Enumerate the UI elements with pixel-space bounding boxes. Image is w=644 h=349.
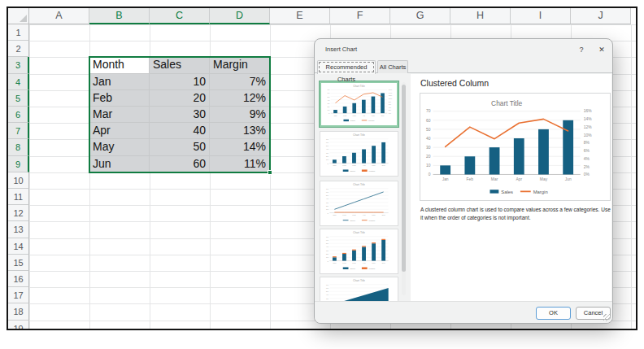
svg-text:6%: 6% xyxy=(389,103,391,105)
cell-C7[interactable]: 40 xyxy=(150,123,210,139)
column-header-E[interactable]: E xyxy=(270,8,330,24)
cell-C5[interactable]: 20 xyxy=(150,90,210,107)
svg-text:40: 40 xyxy=(426,137,431,141)
cell-C9[interactable]: 60 xyxy=(150,156,210,172)
column-header-G[interactable]: G xyxy=(390,8,450,24)
svg-text:20: 20 xyxy=(326,155,329,158)
svg-text:10: 10 xyxy=(326,256,329,259)
svg-text:30: 30 xyxy=(326,202,329,204)
scrollbar-thumb[interactable] xyxy=(402,85,406,272)
cell-C6[interactable]: 30 xyxy=(150,107,210,123)
cell-B6[interactable]: Mar xyxy=(89,107,150,123)
row-header-14[interactable]: 14 xyxy=(8,238,29,255)
svg-text:14%: 14% xyxy=(584,117,592,121)
cell-D8[interactable]: 14% xyxy=(210,139,270,155)
tab-recommended-charts[interactable]: Recommended Charts xyxy=(317,60,376,74)
row-header-17[interactable]: 17 xyxy=(8,287,29,303)
cell-B9[interactable]: Jun xyxy=(89,156,150,172)
svg-text:Chart Title: Chart Title xyxy=(353,279,365,282)
cell-D6[interactable]: 9% xyxy=(210,107,270,123)
svg-text:50: 50 xyxy=(326,194,329,197)
row-header-9[interactable]: 9 xyxy=(8,156,29,172)
preview-heading: Clustered Column xyxy=(420,78,489,88)
column-header-F[interactable]: F xyxy=(330,8,390,24)
row-header-1[interactable]: 1 xyxy=(8,24,29,41)
column-header-B[interactable]: B xyxy=(89,8,150,24)
line-mini-chart: Chart Title010203040506070JanFebMarAprMa… xyxy=(320,181,398,225)
svg-text:40: 40 xyxy=(328,99,330,102)
svg-text:Jun: Jun xyxy=(565,177,572,181)
column-header-A[interactable]: A xyxy=(29,8,89,24)
svg-text:40: 40 xyxy=(326,294,329,296)
svg-text:Margin: Margin xyxy=(368,120,375,122)
svg-text:Jan: Jan xyxy=(442,177,449,181)
cell-B7[interactable]: Apr xyxy=(89,123,150,139)
svg-text:Feb: Feb xyxy=(343,115,347,117)
column-header-J[interactable]: J xyxy=(571,8,631,24)
svg-text:40: 40 xyxy=(326,246,329,248)
row-header-3[interactable]: 3 xyxy=(8,57,29,73)
cell-D4[interactable]: 7% xyxy=(210,74,270,90)
svg-text:May: May xyxy=(372,115,376,117)
close-icon[interactable]: ✕ xyxy=(595,43,608,56)
thumbnail-scrollbar[interactable] xyxy=(402,82,406,295)
cell-B8[interactable]: May xyxy=(89,139,150,155)
row-header-13[interactable]: 13 xyxy=(8,221,29,238)
row-header-11[interactable]: 11 xyxy=(8,189,29,205)
cell-C3[interactable]: Sales xyxy=(150,57,210,73)
cell-C8[interactable]: 50 xyxy=(150,139,210,155)
svg-text:Apr: Apr xyxy=(363,214,366,216)
cell-D5[interactable]: 12% xyxy=(210,90,270,107)
row-header-5[interactable]: 5 xyxy=(8,90,29,107)
cell-D3[interactable]: Margin xyxy=(210,57,270,73)
svg-text:16%: 16% xyxy=(584,109,592,113)
column-header-D[interactable]: D xyxy=(210,8,270,24)
svg-text:Chart Title: Chart Title xyxy=(353,231,365,234)
svg-text:60: 60 xyxy=(326,287,329,290)
row-header-19[interactable]: 19 xyxy=(8,321,29,330)
select-all-corner[interactable] xyxy=(8,8,29,24)
row-header-7[interactable]: 7 xyxy=(8,123,29,139)
cell-B3[interactable]: Month xyxy=(89,57,150,73)
svg-text:Apr: Apr xyxy=(362,115,365,117)
cell-B5[interactable]: Feb xyxy=(89,90,150,107)
row-header-8[interactable]: 8 xyxy=(8,139,29,155)
resize-grip[interactable] xyxy=(603,314,611,321)
row-header-16[interactable]: 16 xyxy=(8,271,29,287)
row-header-15[interactable]: 15 xyxy=(8,255,29,271)
tab-all-charts[interactable]: All Charts xyxy=(377,60,408,73)
svg-text:2%: 2% xyxy=(584,165,590,169)
chart-thumbnail-line[interactable]: Chart Title010203040506070JanFebMarAprMa… xyxy=(320,181,398,226)
help-icon[interactable]: ? xyxy=(575,43,588,56)
row-header-2[interactable]: 2 xyxy=(8,41,29,57)
chart-thumbnail-clustered-column[interactable]: Chart Title010203040506070JanFebMarAprMa… xyxy=(320,131,398,177)
chart-thumbnail-area[interactable]: Chart Title010203040506070JanFebMarAprMa… xyxy=(320,277,398,303)
column-header-I[interactable]: I xyxy=(511,8,571,24)
svg-text:40: 40 xyxy=(326,148,329,151)
preview-chart: Chart Title0102030405060700%2%4%6%8%10%1… xyxy=(420,93,611,201)
svg-text:30: 30 xyxy=(328,103,330,105)
chart-type-list: Chart Title010203040506070JanFebMarAprMa… xyxy=(315,74,411,303)
cell-C4[interactable]: 10 xyxy=(150,74,210,90)
chart-thumbnail-combo-column-line[interactable]: Chart Title010203040506070JanFebMarAprMa… xyxy=(320,81,398,127)
cell-B4[interactable]: Jan xyxy=(89,74,150,90)
svg-text:Chart Title: Chart Title xyxy=(353,133,365,137)
column-header-C[interactable]: C xyxy=(150,8,210,24)
svg-text:20: 20 xyxy=(426,155,431,159)
cell-D9[interactable]: 11% xyxy=(210,156,270,172)
svg-text:10%: 10% xyxy=(389,98,392,99)
row-header-4[interactable]: 4 xyxy=(8,74,29,90)
row-header-6[interactable]: 6 xyxy=(8,107,29,123)
svg-text:Feb: Feb xyxy=(342,214,346,216)
row-header-12[interactable]: 12 xyxy=(8,205,29,221)
svg-text:Sales: Sales xyxy=(501,190,513,194)
row-header-10[interactable]: 10 xyxy=(8,172,29,189)
ok-button[interactable]: OK xyxy=(536,307,571,320)
row-header-18[interactable]: 18 xyxy=(8,303,29,320)
dialog-tabstrip: Recommended Charts All Charts xyxy=(315,60,612,73)
preview-description: A clustered column chart is used to comp… xyxy=(420,206,611,222)
chart-thumbnail-stacked-column[interactable]: Chart Title010203040506070JanFebMarAprMa… xyxy=(320,229,398,274)
svg-text:8%: 8% xyxy=(584,141,590,145)
column-header-H[interactable]: H xyxy=(450,8,511,24)
cell-D7[interactable]: 13% xyxy=(210,123,270,139)
